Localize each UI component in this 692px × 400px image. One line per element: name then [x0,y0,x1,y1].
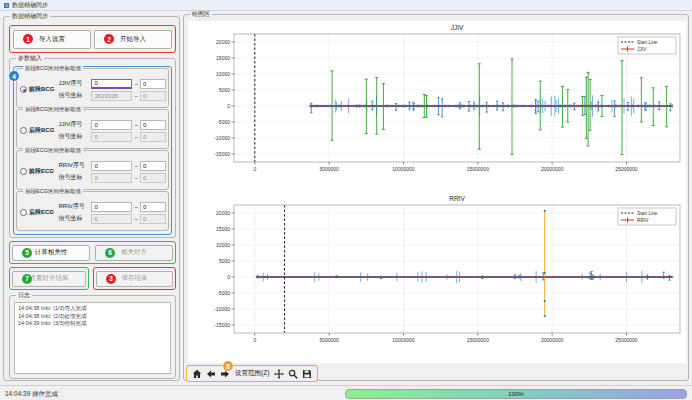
radio-label: 后段ECG [29,208,54,217]
radio-indicator [20,209,27,216]
range-from-input[interactable] [91,132,132,142]
svg-text:20000: 20000 [216,39,230,45]
segment-radio[interactable]: 前段BCG [20,85,58,94]
range-to-input[interactable] [140,91,166,101]
range-from-input[interactable] [91,91,132,101]
svg-text:10000000: 10000000 [392,166,414,172]
jjiv-chart[interactable]: 0500000010000000150000002000000025000000… [188,21,686,192]
svg-text:0: 0 [227,103,230,109]
signal-range-row: 信号坐标 ~ [58,132,166,142]
svg-text:25000000: 25000000 [615,337,637,343]
log-line: 14:04:38 Info: (2/3)处理完成 [18,313,167,321]
param-section-title: 后段ECG区间坐标取值 [23,188,83,195]
view-align-result-button[interactable]: 7 查看对齐结果 [12,271,86,287]
step-badge-7: 7 [22,274,32,284]
log-group: 日志 14:04:38 Info: (1/3)导入完成 14:04:38 Inf… [9,295,176,379]
range-separator: ~ [134,163,138,169]
view-align-result-label: 查看对齐结果 [30,274,69,283]
step-badge-5: 5 [22,248,32,258]
range-separator: ~ [134,134,138,140]
index-range-row: RRIV序号 ~ [58,202,166,212]
segment-radio[interactable]: 前段ECG [20,167,58,176]
range-to-input[interactable] [140,214,166,224]
step-badge-6: 6 [105,248,115,258]
step-badge-4: 4 [9,71,19,81]
svg-text:JJIV: JJIV [637,47,647,52]
range-to-input[interactable] [140,132,166,142]
field-label: 信号坐标 [58,91,89,100]
svg-text:-15000: -15000 [214,322,230,328]
radio-indicator [20,127,27,134]
svg-text:Start Line: Start Line [637,211,658,216]
import-settings-button[interactable]: 1 导入设置 [13,30,91,49]
param-section: 前段ECG区间坐标取值 前段ECG RRIV序号 ~ 信号坐标 ~ [16,150,169,190]
progress-bar: 100% [345,389,687,399]
statusbar: 14:04:39 操作完成 100% [0,385,692,400]
compute-correlation-label: 计算相关性 [35,248,68,257]
range-to-input[interactable] [140,173,166,183]
svg-text:-5000: -5000 [217,290,230,296]
svg-text:10000000: 10000000 [392,337,414,343]
save-figure-button[interactable] [301,367,313,380]
svg-text:0: 0 [227,274,230,280]
set-range-button[interactable]: 设置范围(Z) [233,367,271,380]
range-to-input[interactable] [140,120,166,130]
segment-radio[interactable]: 后段ECG [20,208,58,217]
range-from-input[interactable] [91,161,132,171]
zoom-button[interactable] [287,367,299,380]
save-result-group: 3 保存结果 [93,267,176,290]
range-from-input[interactable] [91,79,132,89]
svg-text:-10000: -10000 [214,306,230,312]
correlation-buttons-group: 5 计算相关性 6 相关对齐 [9,241,176,264]
index-range-row: JJIV序号 ~ [58,79,166,89]
sync-panel: 数据精确同步 1 导入设置 2 开始导入 参数输入 4 前段BCG区间坐标取值 … [3,16,180,381]
range-from-input[interactable] [91,120,132,130]
range-from-input[interactable] [91,173,132,183]
compute-correlation-button[interactable]: 5 计算相关性 [12,245,90,261]
start-import-button[interactable]: 2 开始导入 [94,30,172,49]
pan-icon [274,369,284,379]
svg-text:5000000: 5000000 [319,166,339,172]
save-result-label: 保存结果 [122,274,148,283]
param-section-title: 前段ECG区间坐标取值 [23,147,83,154]
svg-text:-10000: -10000 [214,135,230,141]
log-list[interactable]: 14:04:38 Info: (1/3)导入完成 14:04:38 Info: … [14,302,171,374]
plot-panel-title: 绘图区 [190,11,212,18]
view-align-group: 7 查看对齐结果 [9,267,89,290]
svg-text:RRIV: RRIV [449,195,465,202]
range-to-input[interactable] [140,161,166,171]
segment-radio[interactable]: 后段BCG [20,126,58,135]
field-label: 信号坐标 [58,173,89,182]
svg-text:5000000: 5000000 [319,337,339,343]
range-to-input[interactable] [140,202,166,212]
rriv-chart[interactable]: 0500000010000000150000002000000025000000… [188,192,686,363]
pan-button[interactable] [273,367,285,380]
figure-canvas[interactable]: 0500000010000000150000002000000025000000… [188,21,686,363]
svg-text:10000: 10000 [216,242,230,248]
titlebar: 数据精确同步 [0,0,692,11]
home-button[interactable] [191,367,203,380]
svg-text:10000: 10000 [216,71,230,77]
field-label: 信号坐标 [58,214,89,223]
zoom-icon [288,369,298,379]
save-result-button[interactable]: 3 保存结果 [96,271,173,287]
back-button[interactable] [205,367,217,380]
step-badge-3: 3 [106,274,116,284]
step-badge-8: 8 [223,361,233,371]
field-label: JJIV序号 [58,120,89,129]
window-title: 数据精确同步 [12,1,48,10]
home-icon [192,369,202,379]
svg-text:15000: 15000 [216,55,230,61]
range-to-input[interactable] [140,79,166,89]
svg-text:15000000: 15000000 [467,166,489,172]
range-from-input[interactable] [91,214,132,224]
correlation-align-button[interactable]: 6 相关对齐 [95,245,173,261]
params-group-title: 参数输入 [16,55,44,62]
svg-text:RRIV: RRIV [637,218,649,223]
signal-range-row: 信号坐标 ~ [58,91,166,101]
range-from-input[interactable] [91,202,132,212]
step-badge-2: 2 [104,34,114,44]
svg-text:25000000: 25000000 [615,166,637,172]
signal-range-row: 信号坐标 ~ [58,214,166,224]
index-range-row: RRIV序号 ~ [58,161,166,171]
